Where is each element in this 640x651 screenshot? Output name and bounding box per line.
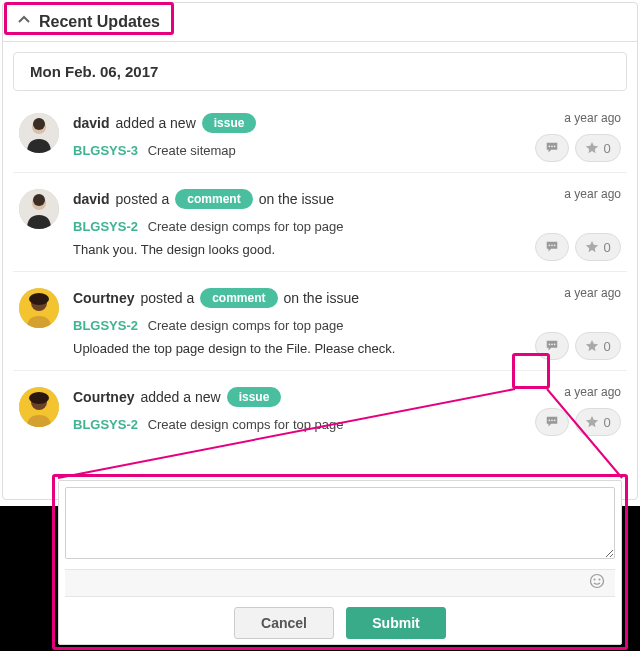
avatar[interactable]	[19, 113, 59, 153]
issue-title[interactable]: Create sitemap	[148, 143, 236, 158]
chevron-up-icon	[17, 13, 31, 31]
svg-point-24	[591, 575, 604, 588]
svg-point-15	[549, 343, 551, 345]
svg-point-8	[33, 194, 45, 206]
svg-point-26	[599, 579, 601, 581]
user-name[interactable]: Courtney	[73, 389, 134, 405]
activity-feed: david added a new issue BLGSYS-3 Create …	[3, 91, 637, 446]
svg-point-10	[551, 244, 553, 246]
action-text: posted a	[140, 290, 194, 306]
star-icon	[585, 339, 599, 353]
svg-point-2	[33, 118, 45, 130]
timestamp: a year ago	[564, 187, 621, 201]
action-text: added a new	[116, 115, 196, 131]
date-header: Mon Feb. 06, 2017	[13, 52, 627, 91]
svg-point-17	[554, 343, 556, 345]
avatar[interactable]	[19, 288, 59, 328]
issue-title[interactable]: Create design comps for top page	[148, 417, 344, 432]
speech-bubble-icon	[545, 415, 559, 429]
toolbar-row	[65, 569, 615, 597]
star-button[interactable]: 0	[575, 134, 621, 162]
svg-point-5	[554, 145, 556, 147]
section-title: Recent Updates	[39, 13, 160, 31]
comment-button[interactable]	[535, 332, 569, 360]
svg-point-9	[549, 244, 551, 246]
emoji-button[interactable]	[589, 573, 605, 593]
speech-bubble-icon	[545, 240, 559, 254]
timestamp: a year ago	[564, 286, 621, 300]
section-header[interactable]: Recent Updates	[3, 3, 637, 42]
svg-point-23	[554, 419, 556, 421]
star-icon	[585, 415, 599, 429]
speech-bubble-icon	[545, 141, 559, 155]
action-suffix: on the issue	[259, 191, 335, 207]
timestamp: a year ago	[564, 111, 621, 125]
action-suffix: on the issue	[284, 290, 360, 306]
star-count: 0	[603, 141, 610, 156]
smiley-icon	[589, 573, 605, 589]
activity-item: david added a new issue BLGSYS-3 Create …	[13, 97, 627, 173]
svg-point-4	[551, 145, 553, 147]
star-count: 0	[603, 240, 610, 255]
comment-panel: Cancel Submit	[58, 480, 622, 645]
user-name[interactable]: david	[73, 191, 110, 207]
svg-point-22	[551, 419, 553, 421]
avatar[interactable]	[19, 189, 59, 229]
svg-point-3	[549, 145, 551, 147]
star-count: 0	[603, 339, 610, 354]
issue-key[interactable]: BLGSYS-2	[73, 219, 138, 234]
comment-badge: comment	[175, 189, 252, 209]
activity-item: david posted a comment on the issue BLGS…	[13, 173, 627, 272]
star-button[interactable]: 0	[575, 233, 621, 261]
svg-point-25	[594, 579, 596, 581]
svg-point-16	[551, 343, 553, 345]
issue-title[interactable]: Create design comps for top page	[148, 318, 344, 333]
svg-point-11	[554, 244, 556, 246]
activity-item: Courtney posted a comment on the issue B…	[13, 272, 627, 371]
activity-item: Courtney added a new issue BLGSYS-2 Crea…	[13, 371, 627, 446]
recent-updates-panel: Recent Updates Mon Feb. 06, 2017 david a…	[2, 2, 638, 500]
comment-input[interactable]	[65, 487, 615, 559]
issue-key[interactable]: BLGSYS-2	[73, 318, 138, 333]
button-row: Cancel Submit	[59, 597, 621, 647]
star-icon	[585, 141, 599, 155]
issue-title[interactable]: Create design comps for top page	[148, 219, 344, 234]
svg-point-21	[549, 419, 551, 421]
action-text: posted a	[116, 191, 170, 207]
issue-key[interactable]: BLGSYS-3	[73, 143, 138, 158]
svg-point-14	[29, 293, 49, 305]
timestamp: a year ago	[564, 385, 621, 399]
comment-button[interactable]	[535, 408, 569, 436]
submit-button[interactable]: Submit	[346, 607, 446, 639]
user-name[interactable]: david	[73, 115, 110, 131]
star-button[interactable]: 0	[575, 332, 621, 360]
user-name[interactable]: Courtney	[73, 290, 134, 306]
comment-badge: comment	[200, 288, 277, 308]
star-icon	[585, 240, 599, 254]
svg-point-20	[29, 392, 49, 404]
avatar[interactable]	[19, 387, 59, 427]
issue-badge: issue	[202, 113, 257, 133]
speech-bubble-icon	[545, 339, 559, 353]
comment-button[interactable]	[535, 233, 569, 261]
star-count: 0	[603, 415, 610, 430]
comment-button[interactable]	[535, 134, 569, 162]
cancel-button[interactable]: Cancel	[234, 607, 334, 639]
action-text: added a new	[140, 389, 220, 405]
star-button[interactable]: 0	[575, 408, 621, 436]
issue-key[interactable]: BLGSYS-2	[73, 417, 138, 432]
issue-badge: issue	[227, 387, 282, 407]
